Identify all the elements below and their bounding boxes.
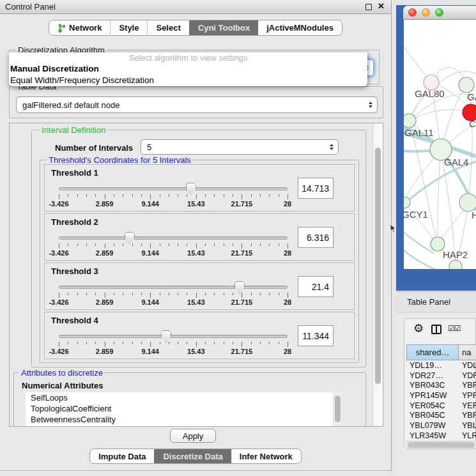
slider-track[interactable] [59,187,288,190]
close-window-icon[interactable] [408,8,417,17]
gear-icon[interactable]: ⚙ [413,321,424,335]
tab-label: Cyni Toolbox [198,23,250,33]
table-panel-body: ⚙ ☑☑ shared… na YDL19…YDL1YDR27…YDR2YBR0… [396,313,476,476]
threshold-slider[interactable]: -3.4262.8599.14415.4321.71528 [59,182,288,204]
scrollbar-thumb[interactable] [335,395,341,422]
threshold-value-field[interactable]: 21.4 [298,276,334,297]
table-data-combobox[interactable]: galFiltered.sif default node [16,96,378,113]
numerical-attributes-list[interactable]: SelfLoopsTopologicalCoefficientBetweenne… [26,392,341,427]
tick-label: 9.144 [141,348,159,355]
table-row[interactable]: YBR045CYBR0 [406,410,476,420]
tab-impute-data[interactable]: Impute Data [90,449,154,463]
column-header-shared-name[interactable]: shared… [406,344,459,360]
cell-shared-name[interactable]: YPR145W [406,391,459,400]
slider-track[interactable] [59,335,288,338]
tick-label: 15.43 [187,200,205,208]
cell-name[interactable]: YER0 [459,401,476,410]
slider-track[interactable] [59,286,288,289]
table-row[interactable]: YBL079WYBL0 [406,420,476,431]
cell-name[interactable]: YDR2 [459,371,476,380]
settings-vertical-scrollbar[interactable] [372,123,383,426]
cell-name[interactable]: YBL0 [459,421,476,430]
tab-select[interactable]: Select [147,20,188,35]
threshold-value-field[interactable]: 11.344 [298,325,334,346]
threshold-slider[interactable]: -3.4262.8599.14415.4321.71528 [59,330,288,351]
cell-name[interactable]: YDL1 [459,361,476,370]
slider-track[interactable] [59,236,288,240]
slider-ticks [59,293,288,298]
attribute-item[interactable]: SelfLoops [26,392,341,403]
top-tabbar: Network Style Select Cyni Toolbox jActiv… [49,20,342,36]
cell-shared-name[interactable]: YBR043C [406,381,459,390]
network-window-titlebar[interactable] [403,6,476,20]
network-canvas[interactable]: GAL80GACGAL11GAL4GCY1HHAP2 [404,20,476,269]
tab-label: Style [119,23,139,33]
threshold-panel: Threshold 4 -3.4262.8599.14415.4321.7152… [44,312,355,359]
threshold-value-field[interactable]: 6.316 [298,227,334,248]
zoom-window-icon[interactable] [435,8,443,17]
node-label: GAL80 [415,88,445,99]
slider-knob[interactable] [234,281,245,293]
threshold-value-field[interactable]: 14.713 [298,178,334,199]
table-row[interactable]: YER054CYER0 [406,401,476,411]
group-title-attributes: Attributes to discretize [19,368,105,378]
attribute-item[interactable]: TopologicalCoefficient [26,403,341,414]
network-node[interactable] [459,77,474,93]
table-row[interactable]: YBR043CYBR0 [406,380,476,390]
cell-shared-name[interactable]: YDR27… [406,371,459,380]
slider-knob[interactable] [186,183,196,195]
threshold-panel: Threshold 3 -3.4262.8599.14415.4321.7152… [44,263,355,310]
tab-style[interactable]: Style [110,20,147,35]
table-row[interactable]: YDR27…YDR2 [406,371,476,381]
number-of-intervals-combobox[interactable]: 5 [141,139,339,155]
slider-tick-labels: -3.4262.8599.14415.4321.71528 [59,298,288,306]
tab-discretize-data[interactable]: Discretize Data [155,449,231,463]
attribute-item[interactable]: BetweennessCentrality [26,414,341,425]
threshold-slider[interactable]: -3.4262.8599.14415.4321.71528 [59,231,288,253]
network-node[interactable] [404,114,416,128]
tab-infer-network[interactable]: Infer Network [231,449,301,463]
table-horizontal-scrollbar[interactable] [406,441,476,448]
minimize-window-icon[interactable] [422,8,430,17]
cell-name[interactable]: YLR3 [459,431,476,440]
network-icon [58,24,66,33]
cell-name[interactable]: YBR0 [459,381,476,390]
table-row[interactable]: YPR145WYPR1 [406,390,476,401]
tab-jactivemnodules[interactable]: jActiveMNodules [258,20,342,35]
cell-shared-name[interactable]: YER054C [406,401,459,410]
apply-button[interactable]: Apply [170,429,216,443]
tab-network[interactable]: Network [49,20,110,35]
attributes-list-scrollbar[interactable] [333,392,341,427]
cell-shared-name[interactable]: YBR045C [406,411,459,420]
columns-icon[interactable] [431,325,441,334]
network-node[interactable] [449,260,462,269]
table-row[interactable]: YLR345WYLR3 [406,431,476,441]
column-header-name[interactable]: na [459,344,476,360]
cell-shared-name[interactable]: YDL19… [406,361,459,370]
cell-name[interactable]: YBR0 [459,411,476,420]
slider-tick-labels: -3.4262.8599.14415.4321.71528 [59,200,288,208]
tab-cyni-toolbox[interactable]: Cyni Toolbox [189,20,258,35]
tab-label: Discretize Data [164,452,223,461]
cell-name[interactable]: YPR1 [459,391,476,400]
network-node[interactable] [459,194,476,211]
table-row[interactable]: YDL19…YDL1 [406,360,476,371]
dropdown-option-manual-discretization[interactable]: Manual Discretization [9,63,367,75]
close-panel-icon[interactable]: ✕ [378,1,385,11]
threshold-panel: Threshold 2 -3.4262.8599.14415.4321.7152… [44,213,355,261]
interval-definition-group: Interval Definition Number of Intervals … [31,130,366,367]
threshold-label: Threshold 2 [51,217,98,227]
tab-label: Network [69,23,102,33]
float-window-icon[interactable] [365,4,372,10]
dropdown-option-equal-width-frequency[interactable]: Equal Width/Frequency Discretization [9,75,367,86]
scrollbar-thumb[interactable] [408,442,475,448]
table-data-value: galFiltered.sif default node [22,100,119,110]
threshold-slider[interactable]: -3.4262.8599.14415.4321.71528 [59,280,288,302]
control-panel-titlebar: Control Panel ✕ [0,0,391,14]
cell-shared-name[interactable]: YBL079W [406,421,459,430]
cell-shared-name[interactable]: YLR345W [406,431,459,440]
select-checkboxes-icon[interactable]: ☑☑ [448,324,461,333]
slider-knob[interactable] [125,232,135,244]
slider-knob[interactable] [161,330,171,342]
scrollbar-thumb[interactable] [375,148,381,384]
